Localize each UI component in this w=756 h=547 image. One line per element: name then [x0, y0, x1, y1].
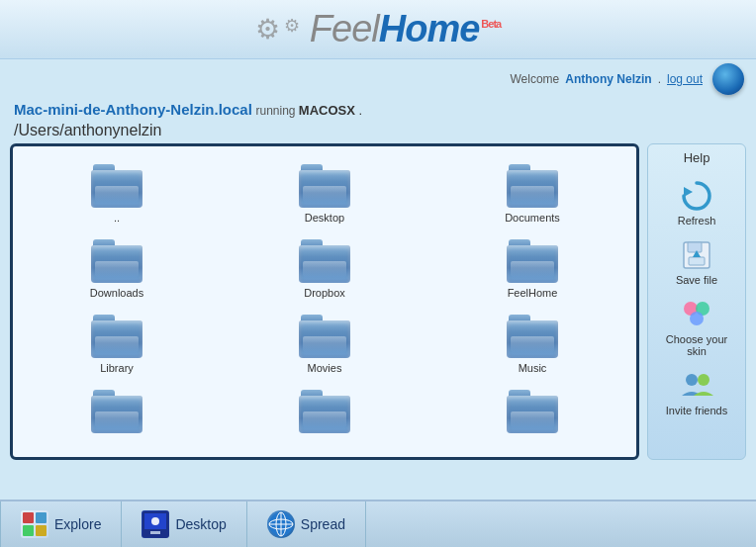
username: Anthony Nelzin — [565, 72, 651, 86]
path-bar: /Users/anthonynelzin — [0, 120, 756, 143]
os-name: MACOSX — [299, 103, 355, 118]
svg-point-17 — [151, 517, 159, 525]
file-item[interactable]: Library — [13, 307, 221, 382]
refresh-button[interactable]: Refresh — [652, 173, 741, 230]
desktop-label: Desktop — [175, 516, 226, 532]
svg-point-9 — [698, 374, 709, 386]
logo: FeelHomeBeta — [310, 8, 501, 50]
save-file-button[interactable]: Save file — [652, 232, 741, 290]
file-item[interactable]: .. — [13, 156, 221, 231]
invite-friends-label: Invite friends — [666, 405, 727, 416]
content-wrapper: Welcome Anthony Nelzin . log out Mac-min… — [0, 59, 756, 547]
file-browser[interactable]: .. Desktop Documents — [10, 143, 639, 460]
logo-feel: Feel — [310, 8, 379, 49]
choose-skin-button[interactable]: Choose your skin — [652, 292, 741, 361]
svg-rect-2 — [688, 242, 702, 252]
gear-area: ⚙ ⚙ — [255, 13, 300, 46]
invite-friends-icon — [678, 367, 715, 405]
spread-icon — [267, 510, 295, 538]
file-label: Documents — [505, 212, 560, 224]
file-label: .. — [114, 212, 120, 224]
svg-rect-10 — [23, 512, 34, 523]
file-item[interactable] — [428, 382, 636, 445]
file-item[interactable]: FeelHome — [428, 231, 636, 307]
file-label: Desktop — [305, 212, 344, 224]
folder-icon — [91, 164, 142, 208]
refresh-label: Refresh — [678, 215, 716, 227]
bottom-nav: Explore Desktop — [0, 500, 756, 547]
file-browser-inner: .. Desktop Documents — [13, 146, 636, 457]
folder-icon — [91, 239, 142, 283]
desktop-icon — [142, 510, 169, 538]
gear-icon-small: ⚙ — [284, 15, 300, 37]
logout-link[interactable]: log out — [667, 72, 703, 86]
file-label: Dropbox — [304, 287, 345, 299]
svg-rect-13 — [36, 525, 47, 536]
folder-icon — [507, 390, 558, 433]
logo-beta: Beta — [481, 18, 501, 30]
folder-icon — [299, 390, 350, 433]
sidebar-help-title: Help — [684, 150, 710, 165]
spread-nav-button[interactable]: Spread — [247, 501, 366, 547]
running-text: running — [255, 104, 298, 118]
file-item[interactable] — [221, 382, 428, 445]
folder-icon — [91, 390, 142, 433]
header: ⚙ ⚙ FeelHomeBeta — [0, 0, 756, 59]
folder-icon — [299, 164, 350, 208]
welcome-text: Welcome — [511, 72, 560, 86]
svg-point-7 — [690, 312, 704, 325]
spread-label: Spread — [301, 516, 345, 532]
file-item[interactable]: Documents — [428, 156, 636, 231]
main-area: .. Desktop Documents — [0, 143, 756, 460]
explore-label: Explore — [54, 516, 101, 532]
folder-icon — [507, 239, 558, 283]
machine-name: Mac-mini-de-Anthony-Nelzin.local — [14, 101, 252, 118]
svg-rect-11 — [36, 512, 47, 523]
svg-rect-3 — [689, 257, 705, 265]
save-file-label: Save file — [676, 274, 717, 286]
folder-icon — [507, 315, 558, 358]
machine-dot: . — [359, 103, 363, 118]
svg-rect-12 — [23, 525, 34, 536]
file-item[interactable]: Movies — [221, 307, 428, 382]
file-item[interactable]: Downloads — [13, 231, 221, 307]
desktop-nav-button[interactable]: Desktop — [122, 501, 246, 547]
sidebar: Help Refresh — [647, 143, 746, 460]
file-item[interactable] — [13, 382, 221, 445]
choose-skin-icon — [678, 296, 715, 333]
file-label: Music — [519, 362, 547, 374]
globe-button[interactable] — [712, 63, 744, 95]
refresh-icon — [678, 177, 715, 215]
explore-icon — [21, 510, 48, 538]
folder-icon — [299, 315, 350, 358]
gear-icon-large: ⚙ — [255, 13, 280, 46]
file-item[interactable]: Desktop — [221, 156, 428, 231]
explore-nav-button[interactable]: Explore — [0, 501, 122, 547]
folder-icon — [299, 239, 350, 283]
file-item[interactable]: Dropbox — [221, 231, 428, 307]
file-label: FeelHome — [508, 287, 558, 299]
folder-icon — [91, 315, 142, 358]
machine-info: Mac-mini-de-Anthony-Nelzin.local running… — [0, 95, 756, 120]
choose-skin-label: Choose your skin — [658, 333, 735, 357]
svg-marker-0 — [684, 187, 693, 197]
welcome-dot: . — [658, 72, 661, 86]
file-label: Downloads — [90, 287, 143, 299]
invite-friends-button[interactable]: Invite friends — [652, 363, 741, 420]
svg-rect-16 — [150, 531, 160, 534]
file-label: Library — [100, 362, 134, 374]
logo-home: Home — [379, 8, 480, 49]
save-file-icon — [678, 236, 715, 274]
welcome-bar: Welcome Anthony Nelzin . log out — [0, 59, 756, 95]
folder-icon — [507, 164, 558, 208]
file-label: Movies — [308, 362, 342, 374]
svg-point-8 — [686, 374, 698, 386]
file-item[interactable]: Music — [428, 307, 636, 382]
